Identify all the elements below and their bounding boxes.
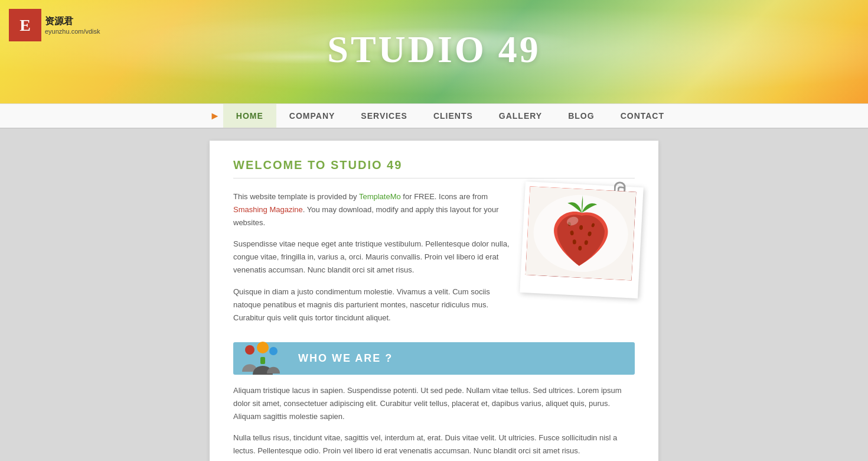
logo-icon: E	[9, 9, 41, 41]
nav-item-contact[interactable]: CONTACT	[608, 104, 677, 128]
smashing-link[interactable]: Smashing Magazine	[233, 205, 303, 214]
who-title: WHO WE ARE ?	[286, 344, 404, 373]
nav-item-company[interactable]: COMPANY	[276, 104, 348, 128]
logo-cn: 资源君	[45, 15, 100, 28]
photo-block	[523, 184, 641, 296]
welcome-title: WELCOME TO STUDIO 49	[233, 158, 635, 178]
svg-point-12	[257, 342, 269, 353]
who-we-are-section: WHO WE ARE ? Aliquam tristique lacus in …	[233, 342, 635, 457]
svg-point-14	[269, 347, 278, 355]
nav-arrow: ►	[210, 110, 220, 122]
header: E 资源君 eyunzhu.com/vdisk STUDIO 49	[0, 0, 868, 103]
svg-rect-13	[260, 357, 265, 364]
who-header: WHO WE ARE ?	[233, 342, 635, 375]
nav-item-services[interactable]: SERVICES	[348, 104, 420, 128]
logo[interactable]: E 资源君 eyunzhu.com/vdisk	[9, 9, 100, 41]
svg-point-11	[245, 345, 254, 355]
nav-item-blog[interactable]: BLOG	[555, 104, 607, 128]
nav-item-home[interactable]: HOME	[223, 104, 276, 128]
nav-item-clients[interactable]: CLIENTS	[420, 104, 486, 128]
logo-text: 资源君 eyunzhu.com/vdisk	[45, 15, 100, 35]
who-body: Aliquam tristique lacus in sapien. Suspe…	[233, 384, 635, 457]
strawberry-photo	[526, 186, 637, 280]
who-icon	[233, 342, 286, 375]
photo-frame	[520, 181, 644, 298]
main-nav: ► HOME COMPANY SERVICES CLIENTS GALLERY …	[198, 104, 670, 128]
templatemo-link[interactable]: TemplateMo	[359, 192, 401, 201]
nav-wrapper: ► HOME COMPANY SERVICES CLIENTS GALLERY …	[0, 103, 868, 129]
nav-item-gallery[interactable]: GALLERY	[486, 104, 555, 128]
page-wrap: WELCOME TO STUDIO 49	[80, 141, 788, 461]
content-area: WELCOME TO STUDIO 49	[210, 141, 658, 461]
logo-en: eyunzhu.com/vdisk	[45, 28, 100, 35]
site-title: STUDIO 49	[0, 28, 868, 72]
who-p2: Nulla tellus risus, tincidunt vitae, sag…	[233, 431, 635, 457]
who-p1: Aliquam tristique lacus in sapien. Suspe…	[233, 384, 635, 423]
